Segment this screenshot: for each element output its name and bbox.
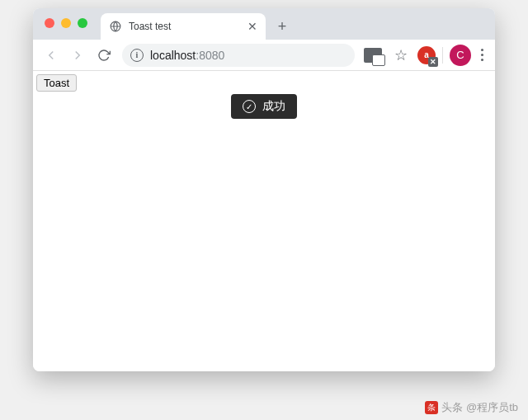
close-window-button[interactable]	[45, 18, 54, 28]
toast-message: 成功	[262, 99, 285, 114]
site-info-icon[interactable]: i	[130, 49, 144, 62]
reload-button[interactable]	[92, 44, 116, 67]
url-port: :8080	[196, 49, 224, 62]
toast-notification: ✓ 成功	[231, 94, 297, 119]
globe-icon	[109, 20, 122, 33]
tab-strip: Toast test ✕ +	[33, 8, 495, 40]
url-host: localhost	[150, 49, 196, 62]
extension-badge[interactable]: a	[417, 46, 436, 64]
tab-title: Toast test	[129, 21, 241, 32]
watermark: 条 头条 @程序员tb	[425, 400, 518, 415]
browser-window: Toast test ✕ + i localhost:8080 ☆ a C	[33, 8, 495, 371]
toolbar-actions: ☆ a C	[361, 44, 488, 67]
toast-trigger-button[interactable]: Toast	[36, 74, 77, 92]
watermark-text: 头条 @程序员tb	[441, 400, 518, 415]
profile-avatar[interactable]: C	[450, 45, 471, 66]
kebab-menu-icon[interactable]	[476, 49, 488, 61]
separator	[442, 47, 443, 64]
new-tab-button[interactable]: +	[271, 15, 294, 38]
browser-tab[interactable]: Toast test ✕	[101, 13, 266, 40]
translate-icon[interactable]	[361, 44, 384, 67]
close-tab-icon[interactable]: ✕	[248, 20, 257, 33]
url-text: localhost:8080	[150, 49, 224, 62]
minimize-window-button[interactable]	[61, 18, 71, 28]
watermark-logo-icon: 条	[425, 401, 438, 414]
forward-button[interactable]	[66, 44, 89, 67]
toolbar: i localhost:8080 ☆ a C	[33, 40, 495, 71]
page-content: Toast ✓ 成功	[33, 71, 495, 371]
bookmark-star-icon[interactable]: ☆	[389, 44, 412, 67]
window-controls	[45, 18, 87, 28]
check-circle-icon: ✓	[243, 100, 256, 113]
maximize-window-button[interactable]	[78, 18, 87, 28]
back-button[interactable]	[40, 44, 63, 67]
address-bar[interactable]: i localhost:8080	[122, 44, 355, 67]
